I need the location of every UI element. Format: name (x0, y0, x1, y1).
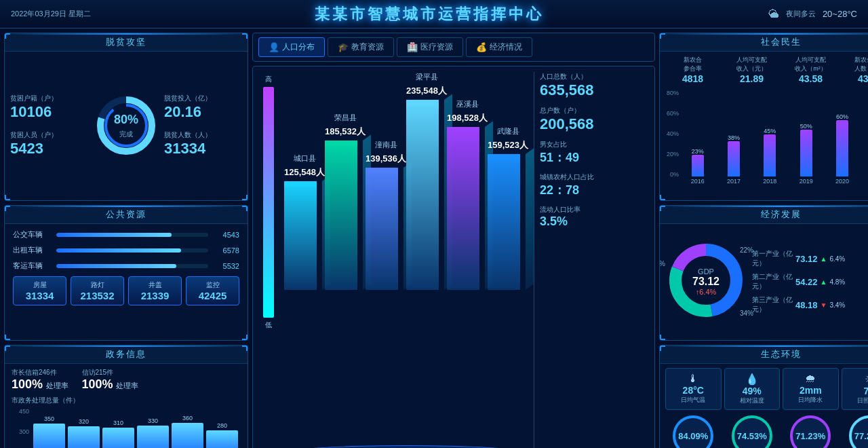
gender-ratio: 男女占比 51：49 (540, 140, 649, 166)
progress-bar-bg (56, 233, 208, 237)
pop-bar-3d: 巫溪县 198,528人 (447, 99, 488, 290)
population-panel: 高 低 城口县 125,548人 荣昌县 185,532人 潼南县 139,53… (252, 66, 655, 448)
gdp-growth: ↑6.4% (692, 288, 719, 296)
gov-bar-chart: 450300150 350 320 310 330 360 280 (12, 408, 241, 448)
env-card: 🌧 2mm 日均降水 (783, 368, 839, 410)
ground-ellipse (291, 445, 521, 448)
social-bar-col: 23% 2016 (682, 90, 713, 185)
env-card-icon: 🌡 (670, 373, 717, 385)
env-top-cards: 🌡 28°C 日均气温 💧 49% 相对温度 🌧 2mm 日均降水 ☀ 7h 日… (665, 368, 868, 410)
social-top-stats: 新农合 参合率4818人均可支配 收入（元）21.89人均可支配 收入（m²）4… (665, 56, 868, 84)
gdp-val: 73.12 (692, 276, 719, 288)
gov-complaint: 信访215件 100% 处理率 (82, 368, 139, 392)
progress-item: 客运车辆 5532 (13, 261, 239, 271)
pop-bar-3d: 武隆县 159,523人 (488, 126, 528, 290)
pop-bar-3d: 荣昌县 185,532人 (325, 113, 366, 290)
arrow-down-icon: ▼ (821, 301, 827, 309)
tabs-row: 👤人口分布🎓教育资源🏥医疗资源💰经济情况 (252, 33, 655, 62)
eco-pct-47: 47% (659, 260, 665, 267)
economy-title: 经济发展 (660, 206, 868, 224)
public-badge: 监控42425 (186, 276, 239, 305)
env-circle: 77.23% 综合评分 (842, 415, 869, 448)
weather-desc: 夜间多云 (786, 9, 816, 19)
social-bar-rect (764, 134, 776, 176)
city-service-label: 市政务处理总量（件） (12, 396, 241, 405)
progress-item: 出租车辆 6578 (13, 245, 239, 255)
tab-icon: 💰 (476, 42, 487, 52)
poor-people: 贫困人员（户） 5423 (10, 130, 88, 157)
poverty-panel: 脱贫攻坚 贫困户籍（户） 10106 贫困人员（户） 5423 (4, 33, 248, 201)
gov-title: 政务信息 (5, 346, 248, 364)
social-bar-col: 50% 2019 (790, 90, 822, 185)
env-card: 💧 49% 相对温度 (724, 368, 781, 410)
gov-bar-rect (33, 424, 65, 448)
gdp-label: GDP (692, 267, 719, 276)
social-bars: 23% 2016 38% 2017 45% 2018 50% 2019 60% … (679, 90, 868, 185)
env-circle-ring: 77.23% (849, 415, 868, 448)
env-circle-ring: 71.23% (790, 415, 831, 448)
eco-stat-row: 第二产业（亿元） 54.22 ▲ 4.8% (752, 272, 868, 291)
gov-bar-col: 350 (33, 415, 65, 448)
poor-household: 贫困户籍（户） 10106 (10, 94, 88, 121)
env-circle: 74.53% 地表水质量 (724, 415, 781, 448)
social-y-axis: 80%60%40%20%0% (665, 90, 679, 178)
env-card-icon: 🌧 (787, 373, 834, 385)
public-panel: 公共资源 公交车辆 4543 出租车辆 6578 客运车辆 5532 房屋313… (4, 205, 248, 341)
gov-bar-rect (172, 423, 203, 448)
social-bar-col: 65% 2021 (863, 90, 868, 185)
poverty-title: 脱贫攻坚 (5, 33, 248, 52)
gov-bar-rect (137, 426, 169, 448)
gov-bar-col: 280 (206, 422, 238, 448)
gov-bar-col: 320 (68, 418, 100, 448)
tab-button[interactable]: 🏥医疗资源 (397, 37, 463, 57)
mayor-mailbox: 市长信箱246件 100% 处理率 (12, 368, 68, 392)
gov-bar-col: 360 (172, 415, 203, 448)
tab-button[interactable]: 🎓教育资源 (328, 37, 394, 57)
left-column: 脱贫攻坚 贫困户籍（户） 10106 贫困人员（户） 5423 (4, 33, 248, 448)
eco-pct-22: 22% (740, 246, 753, 254)
floating-pop: 流动人口比率 3.5% (540, 205, 649, 229)
progress-bar-fill (56, 264, 176, 268)
social-title: 社会民生 (660, 33, 868, 52)
social-bar-rect (800, 130, 812, 176)
gov-bar-col: 310 (102, 419, 134, 448)
env-card: ☀ 7h 日照时数 (842, 368, 869, 410)
pop-bars: 城口县 125,548人 荣昌县 185,532人 潼南县 139,536人 梁… (284, 72, 528, 303)
pop-bar-3d: 城口县 125,548人 (284, 153, 325, 290)
env-circle-ring: 74.53% (732, 415, 772, 448)
social-bar-rect (692, 155, 704, 176)
tab-icon: 🎓 (338, 42, 349, 52)
env-circles: 84.09% 优良天数 74.53% 地表水质量 71.23% 土壤质量 77.… (665, 415, 868, 448)
social-stat: 人均可支配 收入（元）21.89 (724, 56, 779, 84)
tab-button[interactable]: 👤人口分布 (258, 37, 325, 57)
progress-bar-bg (56, 248, 208, 253)
header: 2022年03月29日 星期二 某某市智慧城市运营指挥中心 🌥 夜间多云 20~… (0, 0, 868, 29)
header-date: 2022年03月29日 星期二 (11, 9, 91, 19)
gov-bar-rect (206, 430, 238, 448)
poverty-invest: 脱贫投入（亿） 20.16 (164, 94, 242, 121)
urban-ratio: 城镇农村人口占比 22：78 (540, 172, 649, 198)
poverty-donut: 80% 完成 (92, 92, 160, 160)
tab-button[interactable]: 💰经济情况 (466, 37, 532, 57)
poverty-destitute: 脱贫人数（人） 31334 (164, 130, 242, 157)
total-pop: 人口总数（人） 635,568 (540, 72, 649, 99)
population-stats: 人口总数（人） 635,568 总户数（户） 200,568 男女占比 51：4… (534, 72, 649, 448)
social-bar-col: 60% 2020 (826, 90, 858, 185)
eco-stat-row: 第三产业（亿元） 48.18 ▼ 3.4% (752, 295, 868, 314)
public-badges: 房屋31334路灯213532井盖21339监控42425 (13, 276, 239, 305)
social-bar-col: 38% 2017 (717, 90, 749, 185)
gov-stats-top: 市长信箱246件 100% 处理率 信访215件 100% 处理率 (12, 368, 241, 392)
progress-bar-bg (56, 264, 208, 268)
color-gradient-bar (263, 87, 274, 318)
poverty-stats-left: 贫困户籍（户） 10106 贫困人员（户） 5423 (10, 94, 88, 157)
right-column: 社会民生 新农合 参合率4818人均可支配 收入（元）21.89人均可支配 收入… (659, 33, 868, 448)
progress-bar-fill (56, 233, 172, 237)
env-circle: 71.23% 土壤质量 (783, 415, 839, 448)
social-stat: 新农合 参合率4818 (665, 56, 720, 84)
progress-item: 公交车辆 4543 (13, 229, 239, 240)
eco-stat-row: 第一产业（亿元） 73.12 ▲ 6.4% (752, 249, 868, 268)
env-card: 🌡 28°C 日均气温 (665, 368, 722, 410)
pop-3d-chart-area: 城口县 125,548人 荣昌县 185,532人 潼南县 139,536人 梁… (284, 72, 528, 448)
social-chart-area: 80%60%40%20%0% 23% 2016 38% 2017 45% 201… (665, 90, 868, 185)
chart-y-axis: 高 低 (258, 72, 279, 448)
